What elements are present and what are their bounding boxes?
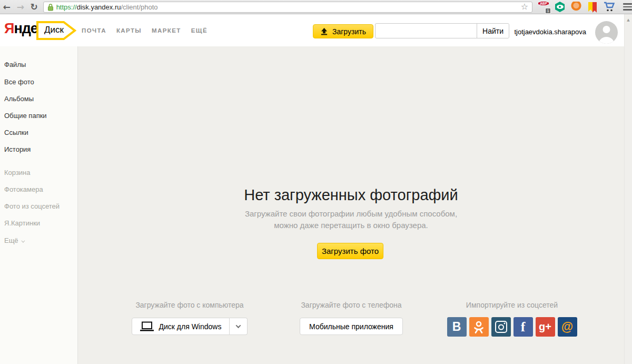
vkontakte-icon[interactable]: В	[447, 317, 467, 337]
laptop-icon	[140, 321, 154, 331]
browser-menu-icon[interactable]	[623, 3, 632, 11]
sidebar-item-shared-folders[interactable]: Общие папки	[4, 112, 47, 120]
disk-for-windows-button[interactable]: Диск для Windows	[132, 318, 230, 335]
header-upload-button[interactable]: Загрузить	[313, 24, 373, 38]
browser-toolbar: ← → ↻ https://disk.yandex.ru/client/phot…	[0, 0, 632, 14]
instagram-icon[interactable]	[491, 317, 511, 337]
header-upload-label: Загрузить	[332, 27, 366, 36]
chevron-down-icon	[21, 239, 25, 243]
footer-phone-label: Загружайте фото с телефона	[272, 301, 430, 309]
url-path: /client/photo	[121, 3, 157, 11]
address-bar[interactable]: https://disk.yandex.ru/client/photo ☆	[43, 2, 532, 13]
chevron-down-icon	[236, 323, 241, 328]
eye-extension-icon[interactable]	[555, 2, 565, 12]
scrollbar-up-arrow-icon[interactable]: ▲	[625, 18, 632, 22]
footer-social-column: Импортируйте из соцсетей В f g+ @	[433, 301, 591, 337]
footer-computer-column: Загружайте фото с компьютера Диск для Wi…	[111, 301, 269, 335]
odnoklassniki-icon[interactable]	[469, 317, 489, 337]
sidebar-item-files[interactable]: Файлы	[4, 61, 26, 68]
sidebar-item-ya-images[interactable]: Я.Картинки	[4, 219, 40, 227]
secure-padlock-icon	[47, 3, 54, 11]
sidebar-item-camera[interactable]: Фотокамера	[4, 185, 43, 193]
nav-item-mail[interactable]: ПОЧТА	[82, 27, 106, 34]
disk-service-tab[interactable]: Диск	[36, 21, 76, 40]
url-host: disk.yandex.ru	[77, 3, 121, 11]
services-nav: ПОЧТА КАРТЫ МАРКЕТ ЕЩЁ	[82, 27, 208, 34]
sidebar-more-label: Ещё	[4, 237, 18, 244]
sidebar-item-albums[interactable]: Альбомы	[4, 95, 34, 103]
mascot-extension-icon[interactable]	[571, 2, 581, 12]
adblock-badge: 1	[545, 8, 551, 14]
search-input[interactable]	[376, 24, 477, 38]
mail-ru-icon[interactable]: @	[558, 317, 577, 337]
sidebar-item-history[interactable]: История	[4, 145, 31, 153]
facebook-icon[interactable]: f	[514, 317, 533, 337]
browser-back-icon[interactable]: ←	[0, 0, 14, 14]
empty-state-subtitle-line1: Загружайте свои фотографии любым удобным…	[78, 208, 624, 220]
cart-extension-icon[interactable]	[604, 2, 614, 12]
sidebar: Файлы Все фото Альбомы Общие папки Ссылк…	[0, 46, 78, 364]
footer-computer-label: Загружайте фото с компьютера	[111, 301, 269, 309]
facebook-glyph: f	[521, 319, 526, 335]
username[interactable]: tjotjaevdokia.sharapova	[514, 28, 586, 36]
upload-photo-button[interactable]: Загрузить фото	[317, 243, 383, 259]
browser-refresh-icon[interactable]: ↻	[27, 0, 41, 14]
extension-icons: ABP 1	[538, 2, 632, 12]
bookmark-star-icon[interactable]: ☆	[521, 2, 528, 12]
yandex-logo-first-letter: Я	[4, 21, 14, 36]
adblock-extension-icon[interactable]: ABP 1	[538, 2, 549, 12]
footer-social-label: Импортируйте из соцсетей	[433, 301, 591, 309]
page-scrollbar[interactable]: ▲	[624, 14, 632, 364]
disk-for-windows-dropdown[interactable]	[230, 318, 248, 335]
site-header: Яндекс Диск ПОЧТА КАРТЫ МАРКЕТ ЕЩЁ Загру…	[0, 14, 624, 46]
sidebar-item-more[interactable]: Ещё	[4, 237, 24, 244]
bookmarks-flag-extension-icon[interactable]	[587, 2, 598, 12]
empty-state-title: Нет загруженных фотографий	[78, 186, 624, 204]
mobile-apps-button[interactable]: Мобильные приложения	[300, 318, 403, 335]
nav-item-more[interactable]: ЕЩЁ	[191, 27, 208, 34]
social-icons-row: В f g+ @	[433, 317, 591, 337]
disk-tab-label: Диск	[44, 25, 64, 35]
upload-arrow-icon	[320, 27, 328, 35]
avatar-silhouette-icon	[595, 21, 618, 44]
mail-ru-glyph: @	[561, 320, 573, 334]
google-plus-glyph: g+	[539, 321, 551, 333]
url-scheme: https://	[56, 3, 77, 11]
nav-item-maps[interactable]: КАРТЫ	[116, 27, 142, 34]
avatar[interactable]	[595, 21, 618, 44]
search-button[interactable]: Найти	[477, 24, 509, 38]
search-box: Найти	[375, 23, 509, 38]
empty-state-subtitle-line2: можно даже перетащить в окно браузера.	[78, 220, 624, 231]
disk-for-windows-label: Диск для Windows	[159, 322, 222, 331]
vk-glyph: В	[452, 320, 461, 334]
footer-phone-column: Загружайте фото с телефона Мобильные при…	[272, 301, 430, 335]
empty-state-subtitle: Загружайте свои фотографии любым удобным…	[78, 208, 624, 231]
nav-item-market[interactable]: МАРКЕТ	[152, 27, 181, 34]
sidebar-item-trash[interactable]: Корзина	[4, 169, 31, 176]
sidebar-item-links[interactable]: Ссылки	[4, 129, 28, 136]
sidebar-item-social-photos[interactable]: Фото из соцсетей	[4, 202, 60, 210]
adblock-octagon: ABP	[538, 2, 549, 5]
google-plus-icon[interactable]: g+	[536, 317, 555, 337]
browser-forward-icon[interactable]: →	[14, 0, 27, 14]
url-text: https://disk.yandex.ru/client/photo	[56, 3, 158, 11]
sidebar-item-all-photos[interactable]: Все фото	[4, 78, 34, 86]
